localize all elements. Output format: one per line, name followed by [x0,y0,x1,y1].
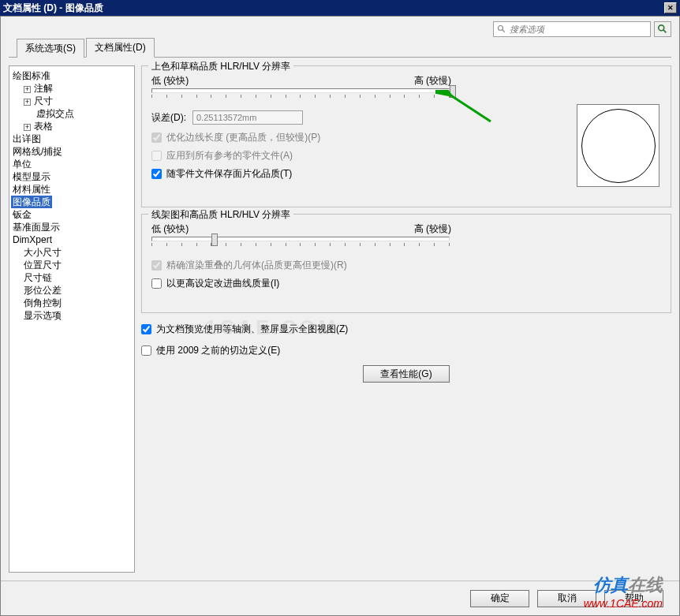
magnifier-icon [657,24,668,35]
group-shaded-legend: 上色和草稿品质 HLR/HLV 分辨率 [148,60,293,73]
slider-track[interactable] [151,88,450,93]
wire-slider-ticks [151,243,450,249]
tree-display-opts[interactable]: 显示选项 [11,309,133,322]
preview-box [577,104,659,187]
tree-model-display[interactable]: 模型显示 [11,170,133,183]
tree-tables[interactable]: +表格 [11,120,133,133]
close-button[interactable]: ✕ [664,2,677,13]
cancel-button[interactable]: 取消 [537,590,596,607]
chk-high-curve-box[interactable] [151,278,162,289]
title-bar: 文档属性 (D) - 图像品质 ✕ [0,0,680,16]
chk-optimize-edge-box [151,133,162,143]
tree-annotations[interactable]: +注解 [11,82,133,95]
tree-detailing[interactable]: 出详图 [11,133,133,145]
slider-low-label: 低 (较快) [151,74,189,88]
slider-ticks [151,95,450,101]
tree-geo-tol[interactable]: 形位公差 [11,284,133,297]
tree-image-quality[interactable]: 图像品质 [11,196,52,208]
window-title: 文档属性 (D) - 图像品质 [3,2,103,15]
tree-dimxpert[interactable]: DimXpert [11,233,133,246]
chk-precise-render-box [151,260,162,271]
ok-button[interactable]: 确定 [470,590,529,607]
svg-line-3 [663,30,667,33]
chk-pre2009-tangent[interactable]: 使用 2009 之前的切边定义(E) [141,344,671,357]
tree-drafting-std[interactable]: 绘图标准 [11,69,133,82]
slider-thumb[interactable] [450,85,456,98]
tab-document-properties[interactable]: 文档属性(D) [86,38,155,58]
tree-chamfer[interactable]: 倒角控制 [11,297,133,309]
tab-strip: 系统选项(S) 文档属性(D) [9,39,671,58]
wire-slider-track[interactable] [151,237,450,241]
tree-sheet-metal[interactable]: 钣金 [11,208,133,221]
tree-chain-dim[interactable]: 尺寸链 [11,271,133,284]
main-area: 绘图标准 +注解 +尺寸 虚拟交点 +表格 出详图 网格线/捕捉 单位 模型显示… [1,58,679,581]
search-icon [497,24,506,34]
search-go-button[interactable] [654,21,671,37]
group-wire-legend: 线架图和高品质 HLR/HLV 分辨率 [148,208,293,222]
slider-high-label: 高 (较慢) [414,74,451,88]
search-box[interactable] [493,21,651,37]
tree-plane-display[interactable]: 基准面显示 [11,221,133,233]
tree-virtual-sharps[interactable]: 虚拟交点 [11,107,133,120]
dialog-footer: 确定 取消 帮助 [1,581,679,615]
category-tree[interactable]: 绘图标准 +注解 +尺寸 虚拟交点 +表格 出详图 网格线/捕捉 单位 模型显示… [9,65,135,573]
chk-isometric-box[interactable] [141,324,151,334]
wire-low-label: 低 (较快) [151,222,189,236]
tree-dimensions[interactable]: +尺寸 [11,95,133,107]
expand-icon[interactable]: + [24,124,31,131]
svg-point-2 [659,25,664,31]
search-row [1,17,679,39]
wire-high-label: 高 (较慢) [414,222,451,236]
group-wireframe-quality: 线架图和高品质 HLR/HLV 分辨率 低 (较快) 高 (较慢) 精确渲染重叠… [141,214,671,313]
search-input[interactable] [510,24,647,34]
wire-slider[interactable]: 低 (较快) 高 (较慢) [151,222,467,259]
tree-grid-snap[interactable]: 网格线/捕捉 [11,145,133,158]
chk-apply-all-box [151,151,162,161]
chk-isometric-preview[interactable]: 为文档预览使用等轴测、整屏显示全图视图(Z) [141,323,671,336]
help-button[interactable]: 帮助 [604,590,663,607]
deviation-input[interactable] [192,110,303,125]
shaded-slider[interactable]: 低 (较快) 高 (较慢) [151,74,467,110]
tab-system-options[interactable]: 系统选项(S) [17,39,84,58]
view-performance-button[interactable]: 查看性能(G) [363,365,450,383]
content-panel: 上色和草稿品质 HLR/HLV 分辨率 低 (较快) 高 (较慢) 误差(D): [141,65,671,573]
group-shaded-quality: 上色和草稿品质 HLR/HLV 分辨率 低 (较快) 高 (较慢) 误差(D): [141,65,671,207]
chk-pre2009-box[interactable] [141,345,151,356]
svg-point-0 [499,26,503,31]
perf-row: 查看性能(G) [141,365,671,383]
chk-save-tess-box[interactable] [151,169,162,179]
slider-fill [438,90,447,92]
svg-line-1 [503,30,505,32]
dialog-body: 系统选项(S) 文档属性(D) 绘图标准 +注解 +尺寸 虚拟交点 +表格 出详… [0,16,680,616]
expand-icon[interactable]: + [24,86,31,93]
deviation-label: 误差(D): [151,111,186,125]
tree-location-dim[interactable]: 位置尺寸 [11,259,133,271]
chk-precise-render: 精确渲染重叠的几何体(品质更高但更慢)(R) [151,259,661,272]
tree-units[interactable]: 单位 [11,158,133,170]
chk-high-curve[interactable]: 以更高设定改进曲线质量(I) [151,277,661,290]
preview-circle-icon [581,109,656,183]
expand-icon[interactable]: + [24,99,31,106]
tree-material[interactable]: 材料属性 [11,183,133,196]
tree-size-dim[interactable]: 大小尺寸 [11,246,133,259]
